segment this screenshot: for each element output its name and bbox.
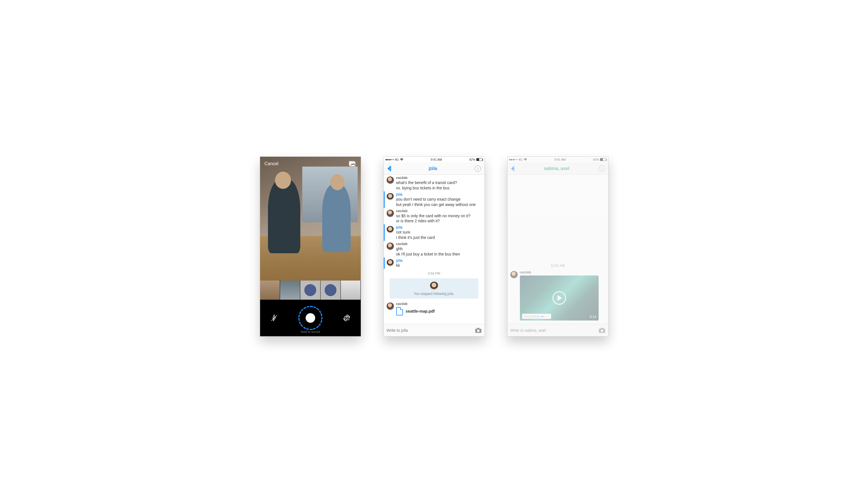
message-row: cecileb ghh ok I'll just buy a ticket in… — [384, 241, 484, 257]
avatar[interactable] — [387, 176, 394, 184]
message-text: you don't need to carry exact change — [396, 197, 482, 202]
status-bar: 4G 9:41 AM 42% — [384, 157, 484, 163]
message-input[interactable] — [510, 328, 599, 333]
battery-pct-label: 42% — [469, 158, 475, 161]
sender-label: jzila — [396, 259, 482, 262]
video-duration-label: 0:14 — [590, 315, 596, 319]
message-text: or is there 2 rides with it? — [396, 218, 482, 224]
hold-to-record-label: Hold to record — [260, 330, 361, 334]
message-row: cecileb seattle-map.pdf — [384, 301, 484, 316]
sender-label: jzila — [396, 192, 482, 196]
svg-rect-8 — [346, 316, 347, 317]
video-attachment[interactable]: 0:14 Encrypting — [520, 276, 599, 321]
message-input[interactable] — [387, 328, 475, 333]
shutter-button[interactable] — [298, 306, 322, 330]
composer — [507, 324, 608, 336]
avatar[interactable] — [387, 210, 394, 217]
thumbnail[interactable] — [321, 281, 341, 300]
sender-label: cecileb — [520, 271, 606, 274]
message-text: kk — [396, 263, 482, 268]
message-row: jzila you don't need to carry exact chan… — [384, 191, 484, 208]
battery-pct-label: 42% — [593, 158, 599, 161]
chat-title[interactable]: jzila — [429, 166, 437, 171]
message-text: what's the benefit of a transit card? — [396, 180, 482, 186]
message-row: cecileb so $5 is only the card with no m… — [384, 208, 484, 224]
file-name-label: seattle-map.pdf — [406, 309, 435, 314]
thumbnail[interactable] — [260, 281, 280, 300]
sender-label: jzila — [396, 226, 482, 229]
chat-screen-jzila: 4G 9:41 AM 42% jzila i cecileb what's th… — [384, 156, 485, 337]
message-text: ok I'll just buy a ticket in the bus the… — [396, 252, 482, 257]
camera-icon[interactable] — [599, 327, 606, 333]
avatar — [430, 282, 438, 290]
battery-icon — [600, 158, 606, 161]
message-text: not sure — [396, 230, 482, 235]
thumbnail[interactable] — [280, 281, 300, 300]
progress-bar — [541, 316, 549, 317]
chat-screen-group: 4G 9:41 AM 42% sabina, axel i 12:01 AM c… — [507, 156, 609, 337]
timestamp-label: 12:01 AM — [507, 261, 608, 269]
info-button[interactable]: i — [599, 166, 605, 172]
avatar[interactable] — [387, 193, 394, 200]
status-bar: 4G 9:41 AM 42% — [507, 157, 608, 163]
file-attachment[interactable]: seattle-map.pdf — [396, 307, 482, 316]
sender-label: cecileb — [396, 242, 482, 246]
svg-point-12 — [477, 329, 479, 332]
chat-title[interactable]: sabina, axel — [544, 166, 569, 171]
avatar[interactable] — [387, 302, 394, 310]
system-message-text: You stopped following jzila. — [414, 292, 454, 296]
encrypting-badge: Encrypting — [522, 314, 551, 319]
message-row: cecileb 0:14 Encrypting — [507, 269, 608, 321]
nav-bar: jzila i — [384, 163, 484, 175]
info-button[interactable]: i — [475, 166, 481, 172]
sender-label: cecileb — [396, 176, 482, 180]
message-text: I think it's just the card — [396, 235, 482, 240]
message-text: so $5 is only the card with no money on … — [396, 213, 482, 219]
message-text: vs. bying bus tickets in the bus — [396, 186, 482, 191]
message-row: jzila not sure I think it's just the car… — [384, 224, 484, 241]
thumbnail-strip — [260, 281, 361, 300]
back-button[interactable] — [511, 166, 515, 171]
avatar[interactable] — [510, 271, 518, 278]
camera-top-bar: Cancel — [260, 157, 361, 171]
camera-icon[interactable] — [475, 327, 482, 333]
nav-bar: sabina, axel i — [507, 163, 608, 175]
composer — [384, 324, 484, 336]
avatar[interactable] — [387, 242, 394, 250]
thumbnail[interactable] — [300, 281, 320, 300]
camera-screen: Cancel — [260, 156, 361, 337]
status-time: 9:41 AM — [431, 158, 442, 161]
wifi-icon — [524, 158, 527, 161]
message-row: cecileb what's the benefit of a transit … — [384, 175, 484, 191]
thumbnail[interactable] — [341, 281, 361, 300]
avatar[interactable] — [387, 259, 394, 266]
back-button[interactable] — [387, 166, 391, 171]
battery-icon — [476, 158, 482, 161]
flash-toggle-icon[interactable] — [270, 314, 278, 322]
file-icon — [396, 307, 403, 316]
svg-point-3 — [351, 163, 352, 164]
message-text: but yeah I think you can get away withou… — [396, 202, 482, 207]
system-message: You stopped following jzila. — [390, 278, 478, 299]
message-row: jzila kk — [384, 257, 484, 269]
message-list[interactable]: 12:01 AM cecileb 0:14 Encrypting — [507, 175, 608, 324]
svg-rect-15 — [601, 328, 603, 329]
camera-controls: Hold to record — [260, 300, 361, 336]
signal-dots-icon — [386, 159, 394, 160]
sender-label: cecileb — [396, 302, 482, 306]
timestamp-label: 4:54 PM — [384, 269, 484, 277]
svg-rect-11 — [477, 328, 479, 329]
wifi-icon — [400, 158, 404, 161]
camera-viewfinder[interactable] — [260, 157, 361, 281]
message-text: ghh — [396, 246, 482, 252]
flip-camera-icon[interactable] — [343, 314, 351, 322]
gallery-icon[interactable] — [349, 161, 356, 167]
carrier-label: 4G — [519, 158, 523, 161]
cancel-button[interactable]: Cancel — [265, 161, 279, 166]
message-list[interactable]: cecileb what's the benefit of a transit … — [384, 175, 484, 324]
status-time: 9:41 AM — [554, 158, 566, 161]
encrypting-label: Encrypting — [524, 315, 539, 318]
play-icon[interactable] — [552, 291, 566, 305]
svg-point-7 — [346, 317, 347, 319]
avatar[interactable] — [387, 226, 394, 233]
